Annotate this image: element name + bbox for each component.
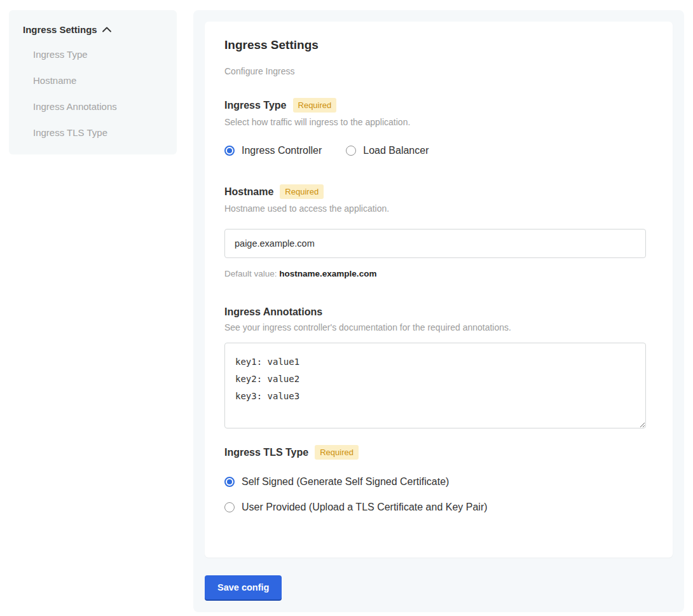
radio-unselected-icon[interactable] (224, 502, 235, 512)
section-ingress-tls-type: Ingress TLS Type Required Self Signed (G… (224, 445, 654, 513)
ingress-annotations-help: See your ingress controller's documentat… (224, 322, 654, 332)
section-hostname: Hostname Required Hostname used to acces… (224, 184, 654, 278)
card-subtitle: Configure Ingress (224, 66, 654, 76)
radio-selected-icon[interactable] (224, 477, 235, 487)
hostname-help: Hostname used to access the application. (224, 203, 654, 214)
card-title: Ingress Settings (224, 38, 654, 52)
radio-option-user-provided[interactable]: User Provided (Upload a TLS Certificate … (224, 502, 654, 513)
ingress-type-help: Select how traffic will ingress to the a… (224, 117, 654, 127)
hostname-label: Hostname (224, 186, 273, 198)
sidebar-item-ingress-tls-type[interactable]: Ingress TLS Type (33, 127, 164, 138)
sidebar-group-label: Ingress Settings (23, 24, 97, 35)
sidebar-item-hostname[interactable]: Hostname (33, 75, 164, 86)
required-badge: Required (293, 98, 337, 113)
page: Ingress Settings Ingress Type Hostname I… (0, 0, 693, 616)
radio-option-self-signed[interactable]: Self Signed (Generate Self Signed Certif… (224, 476, 654, 488)
radio-label: User Provided (Upload a TLS Certificate … (242, 502, 488, 513)
config-sidebar: Ingress Settings Ingress Type Hostname I… (9, 10, 177, 154)
default-value-text: hostname.example.com (279, 269, 376, 278)
chevron-up-icon (102, 27, 111, 32)
radio-selected-icon[interactable] (224, 146, 235, 156)
radio-unselected-icon[interactable] (346, 146, 356, 156)
radio-option-ingress-controller[interactable]: Ingress Controller (224, 145, 322, 156)
required-badge: Required (315, 445, 359, 460)
sidebar-group-ingress-settings[interactable]: Ingress Settings (23, 24, 164, 35)
ingress-annotations-label: Ingress Annotations (224, 306, 322, 318)
ingress-type-radio-group: Ingress Controller Load Balancer (224, 145, 654, 156)
ingress-annotations-textarea[interactable]: key1: value1 key2: value2 key3: value3 (224, 343, 646, 428)
radio-label: Ingress Controller (242, 145, 322, 156)
radio-label: Load Balancer (363, 145, 429, 156)
hostname-input[interactable] (224, 229, 646, 258)
hostname-default-line: Default value: hostname.example.com (224, 269, 654, 278)
required-badge: Required (280, 184, 324, 199)
default-value-label: Default value: (224, 269, 277, 278)
save-config-button[interactable]: Save config (205, 575, 282, 599)
radio-option-load-balancer[interactable]: Load Balancer (346, 145, 429, 156)
config-area: Ingress Settings Configure Ingress Ingre… (193, 10, 684, 612)
sidebar-item-ingress-annotations[interactable]: Ingress Annotations (33, 101, 164, 112)
ingress-type-label: Ingress Type (224, 100, 287, 111)
sidebar-item-ingress-type[interactable]: Ingress Type (33, 49, 164, 60)
section-ingress-annotations: Ingress Annotations See your ingress con… (224, 306, 654, 428)
radio-label: Self Signed (Generate Self Signed Certif… (242, 476, 449, 488)
sidebar-item-list: Ingress Type Hostname Ingress Annotation… (33, 49, 164, 138)
config-card: Ingress Settings Configure Ingress Ingre… (205, 22, 673, 558)
section-ingress-type: Ingress Type Required Select how traffic… (224, 98, 654, 156)
ingress-tls-type-radio-group: Self Signed (Generate Self Signed Certif… (224, 476, 654, 513)
ingress-tls-type-label: Ingress TLS Type (224, 447, 308, 458)
